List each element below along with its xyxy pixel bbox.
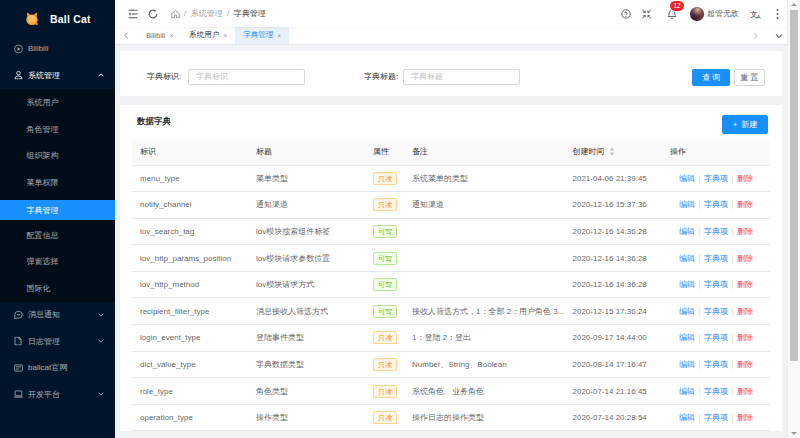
tab-close-icon[interactable]: × [223,32,227,39]
edit-link[interactable]: 编辑 [679,227,695,236]
sidebar-item-系统管理[interactable]: 系统管理 [0,62,115,89]
tabs-menu-icon[interactable] [775,27,783,45]
question-circle-icon[interactable] [621,9,631,19]
sidebar-item-日志管理[interactable]: 日志管理 [0,328,115,355]
edit-link[interactable]: 编辑 [679,360,695,369]
more-vertical-icon[interactable] [776,8,779,19]
op-divider [732,334,733,342]
edit-link[interactable]: 编辑 [679,333,695,342]
translate-icon[interactable]: 文 A [750,9,762,19]
fullscreen-exit-icon[interactable] [641,8,652,19]
delete-link[interactable]: 删除 [737,200,753,209]
sidebar-subitem-配置信息[interactable]: 配置信息 [0,222,115,249]
sorter-icon[interactable] [609,147,615,156]
delete-link[interactable]: 删除 [737,333,753,342]
reset-button[interactable]: 重 置 [734,69,765,86]
delete-link[interactable]: 删除 [737,227,753,236]
edit-link[interactable]: 编辑 [679,200,695,209]
sidebar-item-label: Bilibili [28,44,48,53]
tab-字典管理[interactable]: 字典管理× [235,27,289,44]
dict-item-link[interactable]: 字典项 [704,307,728,316]
op-divider [732,281,733,289]
create-button[interactable]: +新建 [722,115,768,134]
attr-tag: 可写 [373,278,397,291]
tab-close-icon[interactable]: × [277,32,281,39]
delete-link[interactable]: 删除 [737,254,753,263]
sidebar-item-Bilibili[interactable]: Bilibili [0,36,115,63]
dict-item-link[interactable]: 字典项 [704,333,728,342]
column-header-创建时间[interactable]: 创建时间 [565,138,663,165]
dict-item-link[interactable]: 字典项 [704,174,728,183]
edit-link[interactable]: 编辑 [679,413,695,422]
scrollbar-thumb[interactable] [790,10,798,361]
sidebar-subitem-弹窗选择[interactable]: 弹窗选择 [0,249,115,276]
dict-item-link[interactable]: 字典项 [704,360,728,369]
menu-fold-icon[interactable] [128,9,138,19]
sidebar-subitem-字典管理[interactable]: 字典管理 [0,200,115,220]
chevron-down-icon [98,392,104,396]
dict-code-input[interactable] [188,69,305,85]
cell-code: notify_channel [132,192,248,219]
delete-link[interactable]: 删除 [737,360,753,369]
table-row: notify_channel通知渠道只读通知渠道2020-12-16 15:37… [132,192,770,219]
op-divider [699,201,700,209]
home-icon[interactable] [171,9,180,18]
browser-scrollbar[interactable] [787,0,800,438]
breadcrumb-item-1[interactable]: 系统管理 [191,9,223,18]
op-divider [732,175,733,183]
reload-icon[interactable] [148,9,158,19]
table-header: 标识标题属性备注创建时间操作 [132,138,770,165]
cat-logo-icon [24,11,40,27]
sidebar-item-消息通知[interactable]: 消息通知 [0,302,115,329]
tab-系统用户[interactable]: 系统用户× [181,27,235,44]
scrollbar-down-arrow[interactable] [791,432,797,435]
app-logo[interactable]: Ball Cat [0,8,91,30]
edit-link[interactable]: 编辑 [679,387,695,396]
table-title: 数据字典 [137,116,171,128]
dict-item-link[interactable]: 字典项 [704,387,728,396]
dict-item-link[interactable]: 字典项 [704,413,728,422]
cell-title: lov模块请求方式 [248,271,365,298]
sidebar-subitem-系统用户[interactable]: 系统用户 [0,90,115,117]
sidebar-item-label: 日志管理 [28,336,60,347]
dict-item-link[interactable]: 字典项 [704,227,728,236]
edit-link[interactable]: 编辑 [679,307,695,316]
tabs-prev-icon[interactable] [123,27,130,45]
delete-link[interactable]: 删除 [737,280,753,289]
breadcrumb-separator: / [184,9,191,18]
table-row: operation_type操作类型只读操作日志的操作类型2020-07-14 … [132,404,770,431]
delete-link[interactable]: 删除 [737,174,753,183]
sidebar-subitem-菜单权限[interactable]: 菜单权限 [0,169,115,196]
dict-item-link[interactable]: 字典项 [704,254,728,263]
cell-time: 2020-12-16 14:36:28 [565,245,663,272]
dict-table: 标识标题属性备注创建时间操作 menu_type菜单类型只读系统菜单的类型202… [132,138,770,431]
scrollbar-up-arrow[interactable] [791,3,797,6]
tabs-next-icon[interactable] [752,27,759,45]
cell-operations: 编辑字典项删除 [662,404,770,431]
delete-link[interactable]: 删除 [737,413,753,422]
sidebar-item-开发平台[interactable]: 开发平台 [0,381,115,408]
delete-link[interactable]: 删除 [737,387,753,396]
tab-Bilibili[interactable]: Bilibili× [138,27,181,44]
edit-link[interactable]: 编辑 [679,280,695,289]
tab-close-icon[interactable]: × [169,32,173,39]
sidebar-subitem-角色管理[interactable]: 角色管理 [0,116,115,143]
sidebar-subitem-国际化[interactable]: 国际化 [0,275,115,302]
dict-title-input[interactable] [403,69,520,85]
sidebar-item-ballcat官网[interactable]: ballcat官网 [0,355,115,382]
cell-attr: 只读 [365,351,404,378]
sidebar-subitem-组织架构[interactable]: 组织架构 [0,143,115,170]
dict-item-link[interactable]: 字典项 [704,200,728,209]
cell-attr: 只读 [365,192,404,219]
username[interactable]: 超管无敌 [707,0,739,27]
edit-link[interactable]: 编辑 [679,254,695,263]
avatar[interactable] [690,7,704,21]
cell-operations: 编辑字典项删除 [662,325,770,352]
dict-item-link[interactable]: 字典项 [704,280,728,289]
delete-link[interactable]: 删除 [737,307,753,316]
cell-remark: 接收人筛选方式，1：全部 2：用户角色 3... [404,298,565,325]
edit-link[interactable]: 编辑 [679,174,695,183]
attr-tag: 只读 [373,411,397,424]
sidebar-subitem-label: 菜单权限 [27,177,59,188]
query-button[interactable]: 查 询 [692,69,730,86]
